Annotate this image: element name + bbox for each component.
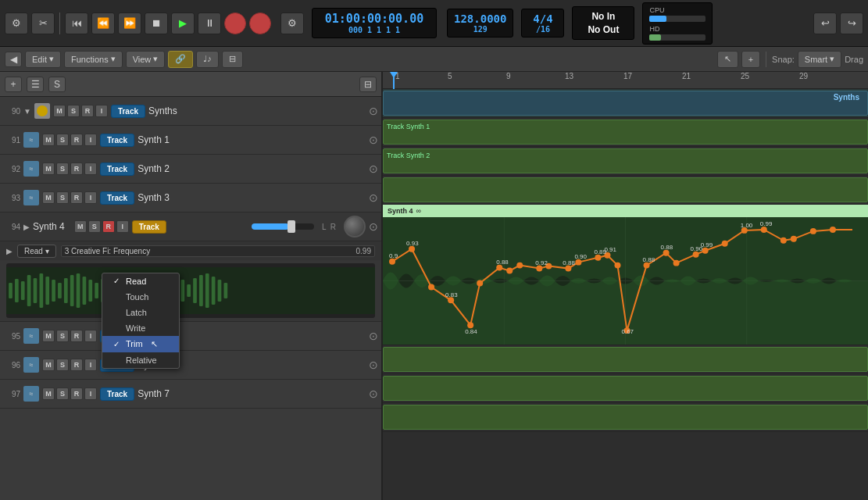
undo-btn[interactable]: ↩ xyxy=(813,12,837,34)
track-end-94[interactable]: ⊙ xyxy=(369,220,378,233)
mute-btn-95[interactable]: M xyxy=(42,330,55,342)
settings-icon[interactable]: ⚙ xyxy=(280,12,304,34)
expand-arrow-90[interactable]: ▼ xyxy=(23,107,31,116)
rec-arm-btn-96[interactable]: R xyxy=(70,359,83,371)
stop-btn[interactable]: ⏹ xyxy=(145,12,168,34)
mute-btn-90[interactable]: M xyxy=(53,105,66,117)
rec-arm-btn-91[interactable]: R xyxy=(70,134,83,146)
mute-btn-94[interactable]: M xyxy=(74,220,87,233)
msri-97: M S R I xyxy=(42,388,97,400)
track-row-95: 95 ≈ M S R I Track Synth 5 ⊙ xyxy=(0,322,381,351)
dropdown-read[interactable]: ✓ Read xyxy=(102,273,179,289)
input-btn-95[interactable]: I xyxy=(84,330,97,342)
rec-arm-btn-92[interactable]: R xyxy=(70,162,83,175)
track-type-btn-93[interactable]: Track xyxy=(100,191,134,205)
record2-btn[interactable] xyxy=(249,12,271,34)
arr-block-93[interactable] xyxy=(383,177,868,202)
track-type-btn-97[interactable]: Track xyxy=(100,388,134,401)
track-type-btn-94[interactable]: Track xyxy=(132,220,166,234)
rewind-start-btn[interactable]: ⏮ xyxy=(65,12,88,34)
solo-btn-95[interactable]: S xyxy=(56,330,69,342)
arr-block-97[interactable] xyxy=(383,405,868,430)
dropdown-latch[interactable]: Latch xyxy=(102,305,179,320)
rec-arm-btn-90[interactable]: R xyxy=(81,105,94,117)
mute-btn-92[interactable]: M xyxy=(42,162,55,175)
add-track-btn[interactable]: + xyxy=(5,77,22,92)
mute-btn-96[interactable]: M xyxy=(42,359,55,371)
rec-arm-btn-95[interactable]: R xyxy=(70,330,83,342)
input-btn-91[interactable]: I xyxy=(84,134,97,146)
track-num-92: 92 xyxy=(3,165,20,173)
track-type-btn-90[interactable]: Track xyxy=(111,105,145,118)
forward-btn[interactable]: ⏩ xyxy=(118,12,141,34)
input-btn-90[interactable]: I xyxy=(95,105,108,117)
mute-btn-93[interactable]: M xyxy=(42,191,55,204)
automation-param[interactable]: 3 Creative Fi: Frequency 0.99 xyxy=(61,245,375,257)
pause-btn[interactable]: ⏸ xyxy=(198,12,221,34)
rec-arm-btn-94[interactable]: R xyxy=(102,220,115,233)
track-type-btn-91[interactable]: Track xyxy=(100,134,134,147)
view-menu[interactable]: View ▾ xyxy=(126,51,166,68)
automation-mode-btn[interactable]: Read ▾ xyxy=(17,245,56,258)
pointer-tool[interactable]: ↖ xyxy=(717,51,738,68)
track-end-92[interactable]: ⊙ xyxy=(369,162,378,175)
input-btn-92[interactable]: I xyxy=(84,162,97,175)
midi-btn[interactable]: ♩♪ xyxy=(196,51,219,68)
track-end-95[interactable]: ⊙ xyxy=(369,330,378,342)
input-btn-96[interactable]: I xyxy=(84,359,97,371)
dropdown-relative[interactable]: Relative xyxy=(102,352,179,368)
play-btn[interactable]: ▶ xyxy=(171,12,195,34)
solo-btn-92[interactable]: S xyxy=(56,162,69,175)
arr-block-92[interactable]: Track Synth 2 xyxy=(383,148,868,173)
arr-block-90[interactable]: Synths xyxy=(383,91,868,116)
plus-tool[interactable]: + xyxy=(741,51,760,68)
rec-arm-btn-97[interactable]: R xyxy=(70,388,83,400)
fader-thumb-94[interactable] xyxy=(288,220,295,233)
track-list-settings[interactable]: ⊟ xyxy=(359,77,377,92)
track-row-94: 94 ▶ Synth 4 M S R I Track L R ⊙ xyxy=(0,212,381,322)
sig-display[interactable]: 4/4 /16 xyxy=(521,9,564,38)
config-btn[interactable]: ⚙ xyxy=(5,12,28,34)
functions-menu[interactable]: Functions ▾ xyxy=(64,51,123,68)
solo-btn-94[interactable]: S xyxy=(88,220,101,233)
filter-btn[interactable]: ⊟ xyxy=(222,51,243,68)
link-btn[interactable]: 🔗 xyxy=(168,51,193,68)
edit-menu[interactable]: Edit ▾ xyxy=(25,51,61,68)
arr-block-91[interactable]: Track Synth 1 xyxy=(383,120,868,145)
arr-block-95[interactable] xyxy=(383,347,868,372)
arr-block-96[interactable] xyxy=(383,376,868,401)
dropdown-write[interactable]: Write xyxy=(102,320,179,336)
volume-fader-94[interactable] xyxy=(252,223,314,230)
solo-btn-97[interactable]: S xyxy=(56,388,69,400)
expand-arrow-94[interactable]: ▶ xyxy=(23,223,30,231)
tempo-display[interactable]: 128.0000 129 xyxy=(447,9,513,38)
rec-arm-btn-93[interactable]: R xyxy=(70,191,83,204)
pan-knob-94[interactable] xyxy=(344,216,366,238)
mute-btn-97[interactable]: M xyxy=(42,388,55,400)
solo-btn-90[interactable]: S xyxy=(67,105,80,117)
track-end-96[interactable]: ⊙ xyxy=(369,359,378,371)
solo-btn-93[interactable]: S xyxy=(56,191,69,204)
dropdown-touch[interactable]: Touch xyxy=(102,289,179,305)
folder-btn[interactable]: ☰ xyxy=(27,77,44,92)
mute-btn-91[interactable]: M xyxy=(42,134,55,146)
solo-all-btn[interactable]: S xyxy=(48,77,66,92)
record-btn[interactable] xyxy=(224,12,246,34)
redo-btn[interactable]: ↪ xyxy=(840,12,863,34)
auto-expand-arrow[interactable]: ▶ xyxy=(6,247,13,255)
input-btn-97[interactable]: I xyxy=(84,388,97,400)
track-end-97[interactable]: ⊙ xyxy=(369,388,378,400)
track-end-93[interactable]: ⊙ xyxy=(369,191,378,204)
solo-btn-96[interactable]: S xyxy=(56,359,69,371)
dropdown-trim[interactable]: ✓ Trim ↖ xyxy=(102,336,179,352)
input-btn-94[interactable]: I xyxy=(116,220,129,233)
rewind-btn[interactable]: ⏪ xyxy=(91,12,115,34)
toolbar-back-btn[interactable]: ◀ xyxy=(5,52,22,67)
input-btn-93[interactable]: I xyxy=(84,191,97,204)
solo-btn-91[interactable]: S xyxy=(56,134,69,146)
snap-select[interactable]: Smart ▾ xyxy=(798,51,841,68)
track-end-91[interactable]: ⊙ xyxy=(369,134,378,146)
scissors-btn[interactable]: ✂ xyxy=(31,12,55,34)
track-end-90[interactable]: ⊙ xyxy=(369,105,378,117)
track-type-btn-92[interactable]: Track xyxy=(100,162,134,176)
